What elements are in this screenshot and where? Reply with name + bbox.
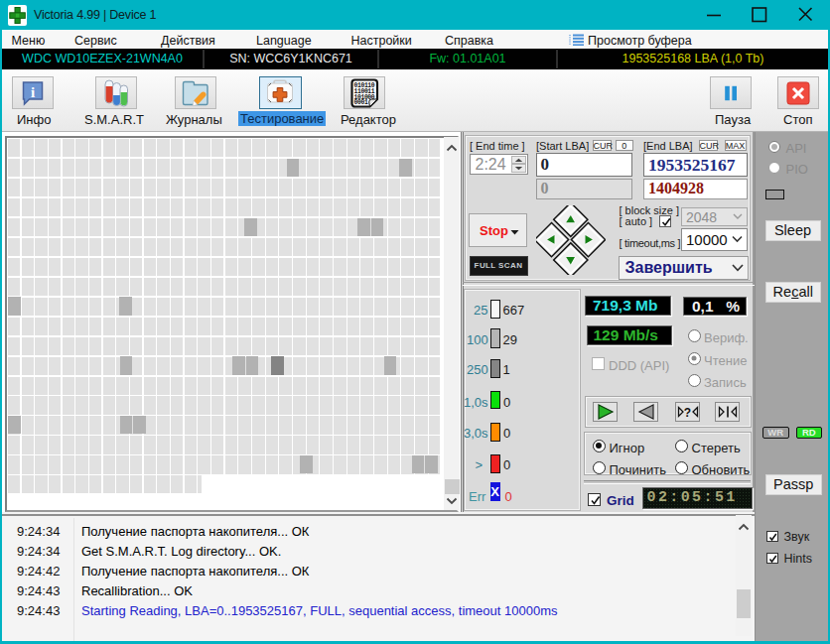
svg-text:0001: 0001 bbox=[354, 99, 368, 106]
svg-text:?: ? bbox=[683, 406, 690, 420]
svg-text:i: i bbox=[30, 83, 34, 99]
